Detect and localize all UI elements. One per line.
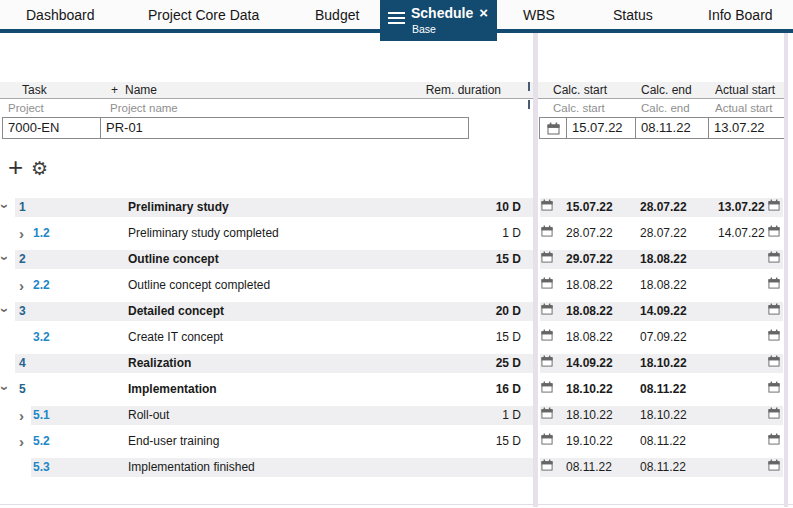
task-number[interactable]: 1.2 — [33, 224, 50, 243]
task-name[interactable]: Outline concept completed — [128, 276, 270, 295]
task-calc-start[interactable]: 18.08.22 — [566, 302, 613, 321]
task-name[interactable]: Detailed concept — [128, 302, 224, 321]
close-icon[interactable]: × — [479, 5, 488, 21]
task-row[interactable]: › 3 Detailed concept 20 D 18.08.22 14.09… — [0, 302, 793, 328]
project-name-input[interactable]: PR-01 — [101, 118, 468, 138]
task-calc-end[interactable]: 18.08.22 — [640, 276, 687, 295]
calendar-icon[interactable] — [541, 250, 553, 269]
task-row[interactable]: 3.2 Create IT concept 15 D 18.08.22 07.0… — [0, 328, 793, 354]
chevron-down-icon[interactable]: › — [0, 256, 15, 261]
task-calc-start[interactable]: 08.11.22 — [566, 458, 612, 477]
chevron-right-icon[interactable]: › — [19, 432, 24, 451]
calendar-icon[interactable] — [541, 406, 553, 425]
calendar-icon[interactable] — [768, 198, 780, 217]
task-rem-duration[interactable]: 25 D — [496, 354, 521, 373]
tab-dashboard[interactable]: Dashboard — [26, 7, 95, 23]
pane-splitter[interactable] — [533, 33, 538, 507]
task-calc-end[interactable]: 08.11.22 — [640, 432, 686, 451]
calendar-icon[interactable] — [541, 302, 553, 321]
task-calc-start[interactable]: 28.07.22 — [566, 224, 613, 243]
task-number[interactable]: 5.3 — [33, 458, 50, 477]
task-rem-duration[interactable]: 1 D — [502, 224, 521, 243]
task-calc-start[interactable]: 19.10.22 — [566, 432, 613, 451]
task-number[interactable]: 1 — [19, 198, 26, 217]
calendar-icon[interactable] — [541, 328, 553, 347]
task-calc-start[interactable]: 18.08.22 — [566, 328, 613, 347]
calendar-icon[interactable] — [768, 458, 780, 477]
task-row[interactable]: 4 Realization 25 D 14.09.22 18.10.22 — [0, 354, 793, 380]
task-rem-duration[interactable]: 15 D — [496, 328, 521, 347]
tab-info-board[interactable]: Info Board — [708, 7, 773, 23]
task-name[interactable]: Realization — [128, 354, 191, 373]
task-number[interactable]: 4 — [19, 354, 26, 373]
task-calc-start[interactable]: 18.10.22 — [566, 380, 613, 399]
calendar-icon[interactable] — [541, 276, 553, 295]
project-calc-start-input[interactable]: 15.07.22 — [567, 118, 636, 138]
calendar-icon[interactable] — [768, 406, 780, 425]
calendar-icon[interactable] — [768, 380, 780, 399]
task-row[interactable]: › 1 Preliminary study 10 D 15.07.22 28.0… — [0, 198, 793, 224]
calendar-icon[interactable] — [768, 432, 780, 451]
calendar-icon[interactable] — [541, 224, 553, 243]
task-calc-start[interactable]: 14.09.22 — [566, 354, 613, 373]
project-calc-end-input[interactable]: 08.11.22 — [636, 118, 709, 138]
task-row[interactable]: › 1.2 Preliminary study completed 1 D 28… — [0, 224, 793, 250]
calendar-icon[interactable] — [768, 302, 780, 321]
hamburger-icon[interactable] — [388, 12, 405, 24]
task-rem-duration[interactable]: 15 D — [496, 432, 521, 451]
task-row[interactable]: › 5.1 Roll-out 1 D 18.10.22 18.10.22 — [0, 406, 793, 432]
task-calc-start[interactable]: 18.10.22 — [566, 406, 613, 425]
task-calc-end[interactable]: 18.10.22 — [640, 354, 687, 373]
task-name[interactable]: Preliminary study completed — [128, 224, 279, 243]
task-calc-end[interactable]: 18.08.22 — [640, 250, 687, 269]
tab-budget[interactable]: Budget — [315, 7, 359, 23]
task-rem-duration[interactable]: 15 D — [496, 250, 521, 269]
task-calc-end[interactable]: 08.11.22 — [640, 458, 686, 477]
gear-icon[interactable]: ⚙ — [31, 159, 48, 179]
task-actual-start[interactable]: 14.07.22 — [718, 224, 765, 243]
task-name[interactable]: Implementation — [128, 380, 217, 399]
calendar-icon[interactable] — [768, 354, 780, 373]
calendar-icon[interactable] — [541, 380, 553, 399]
chevron-right-icon[interactable]: › — [19, 276, 24, 295]
task-number[interactable]: 5.2 — [33, 432, 50, 451]
task-name[interactable]: Create IT concept — [128, 328, 223, 347]
task-name[interactable]: Outline concept — [128, 250, 219, 269]
calendar-icon[interactable] — [541, 432, 553, 451]
task-calc-start[interactable]: 18.08.22 — [566, 276, 613, 295]
chevron-right-icon[interactable]: › — [19, 224, 24, 243]
calendar-icon[interactable] — [768, 276, 780, 295]
task-name[interactable]: Implementation finished — [128, 458, 255, 477]
project-task-input[interactable]: 7000-EN — [3, 118, 101, 138]
task-row[interactable]: › 5.2 End-user training 15 D 19.10.22 08… — [0, 432, 793, 458]
chevron-down-icon[interactable]: › — [0, 308, 15, 313]
plus-icon[interactable]: + — [8, 154, 23, 180]
calendar-icon[interactable] — [540, 118, 567, 138]
column-header-task[interactable]: Task — [22, 82, 47, 99]
task-name[interactable]: Preliminary study — [128, 198, 229, 217]
chevron-down-icon[interactable]: › — [0, 386, 15, 391]
task-calc-end[interactable]: 28.07.22 — [640, 198, 687, 217]
column-header-calc-start[interactable]: Calc. start — [553, 82, 607, 99]
task-row[interactable]: 5.3 Implementation finished 08.11.22 08.… — [0, 458, 793, 484]
column-header-actual-start[interactable]: Actual start — [715, 82, 775, 99]
calendar-icon[interactable] — [541, 198, 553, 217]
chevron-right-icon[interactable]: › — [19, 406, 24, 425]
task-row[interactable]: › 2.2 Outline concept completed 18.08.22… — [0, 276, 793, 302]
column-header-calc-end[interactable]: Calc. end — [641, 82, 692, 99]
calendar-icon[interactable] — [541, 458, 553, 477]
column-header-name[interactable]: Name — [125, 82, 157, 99]
column-header-rem-duration[interactable]: Rem. duration — [426, 82, 501, 99]
task-number[interactable]: 2 — [19, 250, 26, 269]
task-calc-end[interactable]: 07.09.22 — [640, 328, 687, 347]
task-calc-end[interactable]: 08.11.22 — [640, 380, 686, 399]
tab-schedule[interactable]: Schedule × Base — [380, 0, 497, 41]
task-rem-duration[interactable]: 20 D — [496, 302, 521, 321]
task-calc-end[interactable]: 14.09.22 — [640, 302, 687, 321]
tab-project-core-data[interactable]: Project Core Data — [148, 7, 259, 23]
tab-wbs[interactable]: WBS — [523, 7, 555, 23]
calendar-icon[interactable] — [768, 224, 780, 243]
task-calc-end[interactable]: 28.07.22 — [640, 224, 687, 243]
task-actual-start[interactable]: 13.07.22 — [718, 198, 765, 217]
calendar-icon[interactable] — [541, 354, 553, 373]
